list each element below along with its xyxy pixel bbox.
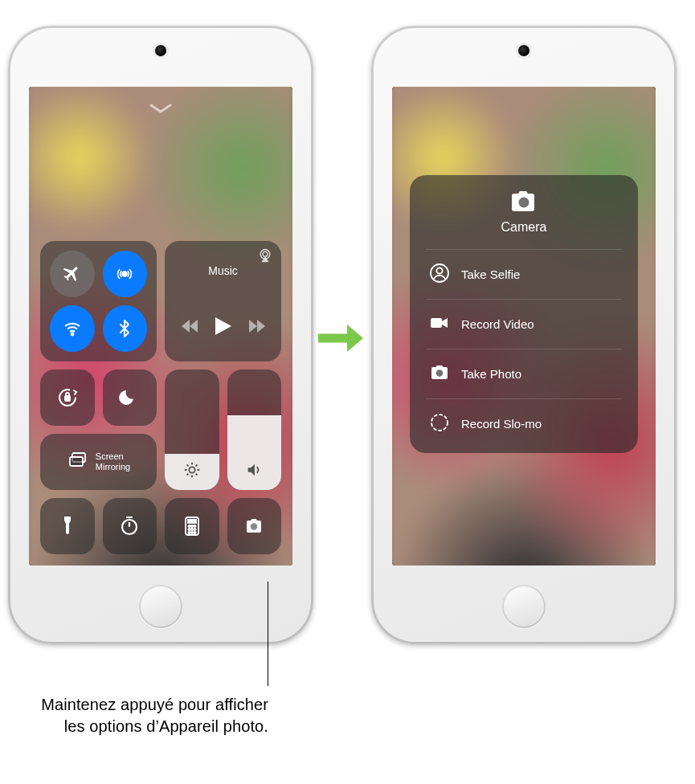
callout-leader-line — [268, 582, 268, 686]
music-transport — [182, 317, 265, 338]
svg-point-23 — [519, 198, 529, 208]
svg-point-14 — [191, 525, 193, 527]
connectivity-platter[interactable] — [40, 241, 157, 361]
music-platter[interactable]: Music — [165, 241, 281, 361]
flow-arrow-icon — [318, 320, 366, 357]
camera-action-label: Take Photo — [461, 367, 521, 381]
svg-rect-12 — [188, 520, 196, 523]
orientation-lock-button[interactable] — [40, 370, 95, 426]
svg-point-0 — [122, 272, 127, 276]
screen-left: Music — [29, 87, 292, 566]
device-left: Music — [8, 26, 313, 644]
video-icon — [429, 312, 450, 336]
svg-point-27 — [436, 370, 444, 377]
camera-action-label: Record Slo-mo — [461, 417, 542, 431]
wifi-button[interactable] — [50, 305, 95, 352]
airplay-icon[interactable] — [257, 247, 273, 267]
flashlight-button[interactable] — [40, 498, 95, 554]
control-center-grid: Music — [40, 241, 281, 554]
svg-point-22 — [251, 523, 257, 529]
svg-point-18 — [194, 529, 195, 530]
home-button-right[interactable] — [502, 585, 546, 628]
screen-mirroring-label: Screen Mirroring — [96, 451, 130, 472]
previous-track-button[interactable] — [182, 320, 198, 336]
airplane-mode-button[interactable] — [50, 251, 95, 297]
camera-action-video[interactable]: Record Video — [426, 299, 622, 349]
selfie-icon — [429, 263, 450, 286]
photo-icon — [429, 362, 450, 386]
screen-right: Camera Take Selfie Record Video — [392, 87, 656, 566]
screen-mirroring-button[interactable]: Screen Mirroring — [40, 434, 157, 490]
camera-action-selfie[interactable]: Take Selfie — [426, 249, 622, 299]
svg-rect-5 — [65, 396, 70, 401]
svg-point-3 — [263, 251, 268, 256]
airdrop-button[interactable] — [103, 251, 148, 297]
timer-button[interactable] — [103, 498, 157, 554]
camera-menu-header: Camera — [426, 190, 622, 235]
brightness-icon — [183, 461, 201, 482]
camera-action-label: Take Selfie — [461, 267, 520, 281]
volume-icon — [245, 461, 263, 482]
svg-point-20 — [191, 532, 193, 533]
svg-point-15 — [194, 525, 195, 527]
screen-mirroring-icon — [67, 449, 89, 475]
front-camera — [518, 45, 529, 56]
svg-point-17 — [191, 529, 193, 530]
callout-text: Maintenez appuyé pour afficher les optio… — [27, 694, 268, 737]
svg-point-13 — [188, 525, 190, 527]
front-camera — [155, 45, 166, 56]
next-track-button[interactable] — [249, 320, 265, 336]
camera-menu-title: Camera — [426, 220, 622, 235]
camera-action-photo[interactable]: Take Photo — [426, 349, 622, 398]
svg-point-25 — [436, 267, 442, 273]
svg-point-6 — [189, 467, 194, 472]
svg-point-28 — [431, 414, 448, 431]
camera-quick-menu: Camera Take Selfie Record Video — [410, 175, 638, 453]
play-button[interactable] — [215, 317, 231, 338]
brightness-slider[interactable] — [165, 370, 219, 490]
home-button-left[interactable] — [139, 585, 182, 628]
svg-rect-9 — [64, 517, 71, 518]
do-not-disturb-button[interactable] — [103, 370, 157, 426]
device-right: Camera Take Selfie Record Video — [371, 26, 677, 644]
volume-slider[interactable] — [227, 370, 282, 490]
camera-action-slomo[interactable]: Record Slo-mo — [426, 398, 622, 448]
camera-button[interactable] — [227, 498, 282, 554]
svg-point-1 — [71, 333, 73, 336]
svg-rect-26 — [431, 318, 442, 328]
svg-point-16 — [188, 529, 190, 530]
camera-action-label: Record Video — [461, 317, 534, 331]
dismiss-chevron-icon[interactable] — [149, 103, 173, 114]
slomo-icon — [429, 412, 450, 435]
svg-point-21 — [194, 532, 195, 533]
music-title: Music — [208, 264, 238, 277]
bluetooth-button[interactable] — [103, 305, 148, 352]
calculator-button[interactable] — [165, 498, 219, 554]
svg-rect-8 — [70, 457, 83, 466]
svg-point-19 — [188, 532, 190, 533]
camera-icon — [509, 202, 538, 216]
